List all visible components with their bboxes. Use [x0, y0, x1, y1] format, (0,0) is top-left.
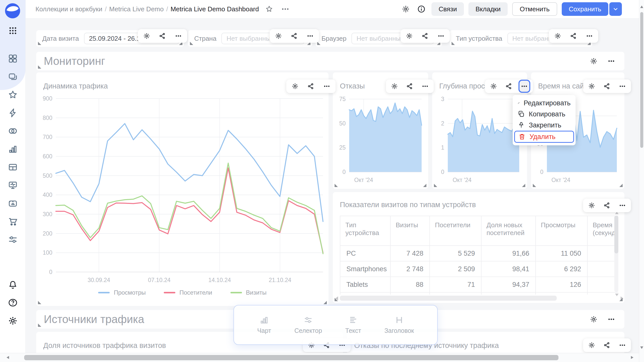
links-icon[interactable]: [568, 30, 579, 41]
resize-handle[interactable]: [38, 301, 41, 304]
notifications-bell-icon[interactable]: [8, 280, 18, 290]
add-text-button[interactable]: Текст: [345, 315, 361, 334]
gear-icon[interactable]: [587, 340, 596, 351]
vertical-scrollbar[interactable]: [639, 0, 644, 362]
help-icon[interactable]: [8, 298, 18, 308]
sidebar-item-functions[interactable]: [8, 108, 18, 118]
scroll-left-icon[interactable]: [7, 356, 9, 359]
more-icon[interactable]: [173, 30, 184, 41]
sidebar-item-favorites[interactable]: [8, 90, 18, 100]
gear-icon[interactable]: [489, 81, 498, 92]
gear-icon[interactable]: [404, 30, 414, 41]
more-icon-focused[interactable]: [519, 81, 529, 92]
horizontal-scrollbar-thumb[interactable]: [24, 355, 558, 360]
more-icon[interactable]: [322, 81, 332, 92]
more-icon[interactable]: [618, 200, 627, 211]
menu-item-delete[interactable]: Удалить: [514, 131, 574, 143]
links-icon[interactable]: [306, 81, 316, 92]
add-selector-button[interactable]: Селектор: [294, 315, 322, 334]
links-icon[interactable]: [504, 81, 514, 92]
resize-handle[interactable]: [38, 65, 41, 69]
resize-handle[interactable]: [335, 298, 338, 301]
more-icon[interactable]: [420, 81, 430, 92]
gear-icon[interactable]: [552, 30, 563, 41]
scroll-right-icon[interactable]: [631, 356, 633, 359]
sidebar-item-datasets[interactable]: [8, 162, 18, 172]
resize-handle[interactable]: [619, 184, 623, 187]
sidebar-item-marketplace[interactable]: [8, 216, 18, 227]
vertical-scrollbar-thumb[interactable]: [640, 12, 643, 148]
sidebar-item-collections[interactable]: [8, 72, 18, 82]
legend-item-views[interactable]: Просмотры: [98, 289, 146, 296]
dashboard-settings-gear-icon[interactable]: [400, 4, 411, 15]
horizontal-scrollbar[interactable]: [0, 353, 639, 362]
sidebar-item-dashboards[interactable]: [8, 54, 18, 64]
datalens-logo[interactable]: [4, 3, 21, 19]
resize-handle[interactable]: [423, 184, 426, 187]
more-icon[interactable]: [618, 340, 627, 351]
links-icon[interactable]: [289, 30, 299, 41]
cancel-button[interactable]: Отменить: [512, 2, 557, 16]
info-icon[interactable]: [416, 4, 427, 15]
legend-item-visits[interactable]: Визиты: [230, 289, 267, 296]
add-heading-button[interactable]: Заголовок: [384, 315, 414, 334]
scroll-down-icon[interactable]: [640, 346, 643, 349]
more-icon[interactable]: [584, 30, 595, 41]
more-icon[interactable]: [305, 30, 315, 41]
menu-item-pin[interactable]: Закрепить: [514, 120, 574, 131]
menu-item-edit[interactable]: Редактировать: [514, 98, 574, 109]
scroll-up-icon[interactable]: [640, 6, 643, 8]
gear-icon[interactable]: [587, 200, 596, 211]
menu-item-copy[interactable]: Копировать: [514, 109, 574, 120]
favorite-star-icon[interactable]: [265, 5, 273, 13]
tabs-button[interactable]: Вкладки: [468, 2, 508, 16]
gear-icon[interactable]: [273, 30, 284, 41]
resize-handle[interactable]: [317, 42, 320, 45]
gear-icon[interactable]: [588, 314, 599, 325]
links-icon[interactable]: [602, 340, 612, 351]
links-icon[interactable]: [420, 30, 430, 41]
resize-handle[interactable]: [38, 324, 41, 327]
apps-grid-icon[interactable]: [8, 26, 18, 36]
save-button[interactable]: Сохранить: [562, 2, 608, 16]
breadcrumb-workbook[interactable]: Metrica Live Demo: [109, 5, 164, 13]
add-chart-button[interactable]: Чарт: [257, 315, 271, 334]
gear-icon[interactable]: [389, 81, 399, 92]
table-horizontal-scrollbar[interactable]: [340, 296, 618, 301]
gear-icon[interactable]: [588, 56, 599, 67]
save-dropdown-button[interactable]: [609, 2, 622, 16]
sidebar-item-storage[interactable]: [8, 198, 18, 208]
resize-handle[interactable]: [533, 184, 536, 187]
resize-handle[interactable]: [324, 301, 327, 304]
relations-button[interactable]: Связи: [431, 2, 464, 16]
settings-gear-icon[interactable]: [8, 316, 18, 326]
gear-icon[interactable]: [587, 81, 596, 92]
more-icon[interactable]: [618, 81, 627, 92]
sidebar-item-monitoring[interactable]: [8, 180, 18, 190]
links-icon[interactable]: [602, 81, 612, 92]
links-icon[interactable]: [405, 81, 415, 92]
resize-handle[interactable]: [335, 184, 338, 187]
sidebar-item-connections[interactable]: [8, 126, 18, 136]
resize-handle[interactable]: [452, 42, 455, 45]
resize-handle[interactable]: [522, 184, 525, 187]
breadcrumb-collections[interactable]: Коллекции и воркбуки: [35, 5, 102, 13]
resize-handle[interactable]: [190, 42, 193, 45]
sidebar-item-services[interactable]: [8, 235, 18, 245]
gear-icon[interactable]: [141, 30, 152, 41]
sidebar-item-charts[interactable]: [8, 144, 18, 154]
more-icon[interactable]: [436, 30, 446, 41]
resize-handle[interactable]: [434, 184, 437, 187]
breadcrumb-more-icon[interactable]: [281, 5, 290, 13]
resize-handle[interactable]: [619, 298, 623, 301]
links-icon[interactable]: [157, 30, 168, 41]
more-icon[interactable]: [606, 56, 617, 67]
legend-item-visitors[interactable]: Посетители: [164, 289, 212, 296]
svg-text:600: 600: [43, 153, 52, 160]
more-icon[interactable]: [606, 314, 617, 325]
gear-icon[interactable]: [290, 81, 300, 92]
links-icon[interactable]: [602, 200, 612, 211]
svg-text:700: 700: [43, 134, 52, 140]
table-vertical-scrollbar[interactable]: [614, 216, 618, 292]
resize-handle[interactable]: [38, 42, 41, 45]
